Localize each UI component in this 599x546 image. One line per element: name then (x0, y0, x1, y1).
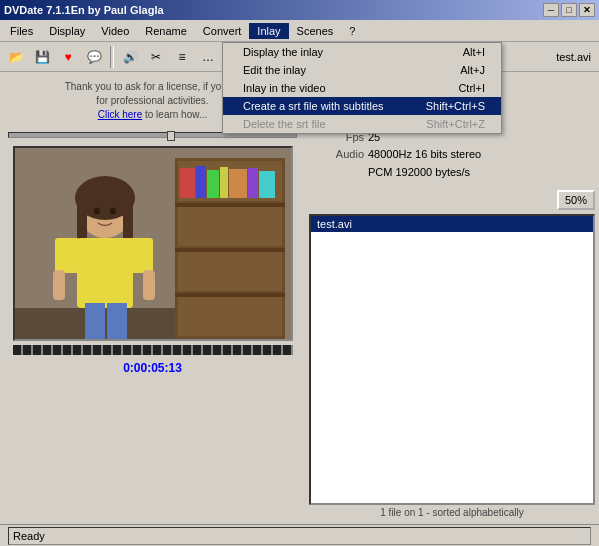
svg-rect-24 (55, 238, 80, 273)
file-list-status: 1 file on 1 - sorted alphabetically (309, 505, 595, 520)
app-title: DVDate 7.1.1En by Paul Glagla (4, 4, 164, 16)
toolbar-comment[interactable]: 💬 (82, 45, 106, 69)
menu-inlay[interactable]: Inlay (249, 23, 288, 39)
menu-delete-srt: Delete the srt file Shift+Ctrl+Z (223, 115, 501, 133)
menu-edit-inlay[interactable]: Edit the inlay Alt+J (223, 61, 501, 79)
video-frame (13, 146, 293, 341)
svg-rect-10 (196, 166, 206, 198)
toolbar-open[interactable]: 📂 (4, 45, 28, 69)
scrubber-thumb[interactable] (167, 131, 175, 141)
svg-point-22 (110, 208, 116, 215)
svg-rect-26 (85, 303, 105, 341)
svg-rect-29 (143, 270, 155, 300)
window-controls: ─ □ ✕ (543, 3, 595, 17)
menu-display[interactable]: Display (41, 23, 93, 39)
svg-rect-3 (178, 206, 282, 246)
menu-rename[interactable]: Rename (137, 23, 195, 39)
svg-rect-27 (107, 303, 127, 341)
main-content: Thank you to ask for a license, if you u… (0, 72, 599, 524)
timecode: 0:00:05:13 (4, 361, 301, 375)
svg-rect-13 (229, 169, 247, 198)
zoom-badge: 50% (557, 190, 595, 210)
click-here-link[interactable]: Click here (98, 109, 142, 120)
status-text-container: Ready (8, 527, 591, 545)
svg-rect-6 (175, 203, 285, 207)
svg-rect-7 (175, 248, 285, 252)
list-item[interactable]: test.avi (311, 216, 593, 232)
menu-create-srt[interactable]: Create a srt file with subtitles Shift+C… (223, 97, 501, 115)
menu-convert[interactable]: Convert (195, 23, 250, 39)
status-bar: Ready (0, 524, 599, 546)
minimize-button[interactable]: ─ (543, 3, 559, 17)
menu-display-inlay[interactable]: Display the inlay Alt+I (223, 43, 501, 61)
svg-rect-15 (259, 171, 275, 198)
menu-help[interactable]: ? (341, 23, 363, 39)
svg-rect-4 (178, 251, 282, 291)
video-preview (15, 148, 291, 339)
svg-rect-23 (77, 238, 133, 308)
svg-rect-14 (248, 168, 258, 198)
svg-point-21 (94, 208, 100, 215)
menu-inlay-video[interactable]: Inlay in the video Ctrl+I (223, 79, 501, 97)
menu-bar: Files Display Video Rename Convert Inlay… (0, 20, 599, 42)
svg-rect-28 (53, 270, 65, 300)
menu-scenes[interactable]: Scenes (289, 23, 342, 39)
filmstrip (13, 345, 293, 355)
file-info-row-audio: Audio 48000Hz 16 bits stereo (309, 146, 595, 164)
svg-rect-11 (207, 170, 219, 198)
svg-rect-9 (180, 168, 195, 198)
file-list-empty-area (311, 232, 593, 505)
maximize-button[interactable]: □ (561, 3, 577, 17)
video-svg (15, 148, 293, 341)
close-button[interactable]: ✕ (579, 3, 595, 17)
file-info-row-pcm: PCM 192000 bytes/s (309, 164, 595, 182)
file-list-container: test.avi 1 file on 1 - sorted alphabetic… (309, 214, 595, 520)
toolbar-list[interactable]: ≡ (170, 45, 194, 69)
left-panel: Thank you to ask for a license, if you u… (0, 72, 305, 524)
file-list[interactable]: test.avi (309, 214, 595, 505)
toolbar-audio[interactable]: 🔊 (118, 45, 142, 69)
menu-video[interactable]: Video (93, 23, 137, 39)
menu-files[interactable]: Files (2, 23, 41, 39)
svg-rect-12 (220, 167, 228, 198)
inlay-dropdown: Display the inlay Alt+I Edit the inlay A… (222, 42, 502, 134)
toolbar-more[interactable]: … (196, 45, 220, 69)
svg-rect-8 (175, 293, 285, 297)
toolbar-scissors[interactable]: ✂ (144, 45, 168, 69)
toolbar-favorite[interactable]: ♥ (56, 45, 80, 69)
title-bar: DVDate 7.1.1En by Paul Glagla ─ □ ✕ (0, 0, 599, 20)
current-file-label: test.avi (556, 51, 591, 63)
svg-rect-5 (178, 296, 282, 336)
right-panel: codec dvsd (type 2) Image 720 x 576 (Pal… (305, 72, 599, 524)
toolbar-separator-1 (110, 46, 114, 68)
toolbar-save[interactable]: 💾 (30, 45, 54, 69)
svg-rect-25 (128, 238, 153, 273)
status-text: Ready (13, 530, 45, 542)
